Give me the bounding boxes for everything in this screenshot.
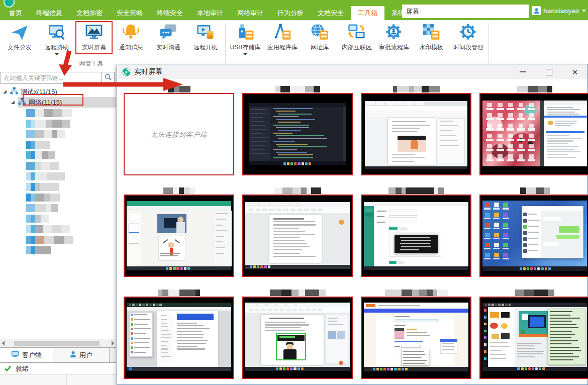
tool-realtime-screen[interactable]: 实时屏幕 — [75, 22, 113, 52]
chat-bubbles-icon — [158, 22, 178, 42]
thumb-detail — [517, 356, 534, 357]
censored-pixel-block — [305, 86, 314, 92]
horizontal-scrollbar[interactable] — [0, 339, 116, 348]
tree-item-censored[interactable] — [0, 171, 116, 181]
tree-node-label: 测试x(11/15) — [21, 87, 57, 97]
censored-pixel-block — [524, 290, 534, 296]
screen-thumbnail-win11-chat[interactable] — [479, 195, 588, 277]
tool-intranet-zone[interactable]: 内部互联区 — [338, 22, 375, 52]
tree-item-censored[interactable] — [0, 129, 116, 139]
maximize-button[interactable] — [543, 66, 554, 77]
tree-filter-search-button[interactable] — [101, 72, 115, 84]
thumb-detail — [216, 247, 225, 248]
client-tree-panel: 测试x(11/15)网络(11/15) 客户端 用户 — [0, 69, 116, 385]
thumb-detail — [273, 157, 313, 158]
screen-thumbnail-offline[interactable]: 无法连接到客户端 — [124, 93, 234, 175]
thumb-detail — [550, 359, 573, 360]
screen-thumbnail-design-tool[interactable] — [479, 297, 588, 379]
tree-node-test[interactable]: 测试x(11/15) — [0, 86, 116, 97]
menu-tab-doc-encrypt[interactable]: 文档加密 — [69, 6, 110, 20]
tree-item-censored[interactable] — [0, 160, 116, 171]
thumb-detail — [376, 368, 379, 370]
menu-tab-home[interactable]: 首页 — [2, 6, 29, 20]
minimize-button[interactable] — [517, 66, 528, 77]
censored-terminal-label — [361, 86, 471, 92]
dialog-title-bar[interactable]: 实时屏幕 ✕ — [117, 64, 587, 80]
menu-tab-network-audit[interactable]: 网络审计 — [230, 6, 270, 20]
screen-thumbnail-document-browser[interactable] — [361, 93, 471, 175]
thumb-detail — [507, 108, 514, 110]
tree-item-censored[interactable] — [0, 224, 116, 234]
thumb-detail — [492, 304, 494, 306]
menu-tab-terminal-security[interactable]: 终端安全 — [150, 6, 190, 20]
menu-tab-behavior-analysis[interactable]: 行为分析 — [270, 6, 311, 20]
tree-item-censored[interactable] — [0, 213, 116, 224]
thumb-detail — [395, 328, 404, 331]
thumb-detail — [392, 157, 425, 158]
screen-thumbnail-doc-person-image[interactable] — [242, 297, 353, 379]
scrollbar-thumb[interactable] — [14, 341, 100, 346]
screen-thumbnail-presentation[interactable] — [124, 195, 234, 277]
tool-approval-flow-lib[interactable]: 审批流程库 — [375, 22, 413, 52]
tree-node-network[interactable]: 网络(11/15) — [0, 97, 116, 108]
tree-item-censored[interactable] — [0, 139, 116, 150]
tree-item-censored[interactable] — [0, 234, 116, 245]
censored-pixel-block — [31, 162, 35, 170]
top-search-input[interactable] — [402, 5, 529, 18]
tab-clients[interactable]: 客户端 — [0, 348, 53, 362]
thumb-detail — [250, 265, 252, 268]
censored-pixel-block — [26, 183, 31, 191]
thumb-detail — [442, 343, 454, 344]
thumb-detail — [161, 330, 169, 331]
censored-pixel-block — [31, 130, 35, 138]
tree-item-censored[interactable] — [0, 192, 116, 203]
tree-item-censored[interactable] — [0, 203, 116, 213]
menu-tab-toolbox[interactable]: 工具箱 — [351, 6, 384, 20]
tool-remote-assist[interactable]: 远程协助 — [38, 22, 75, 55]
tool-file-distribution[interactable]: 文件分发 — [1, 22, 38, 52]
user-menu[interactable]: hanxiaoyao — [532, 5, 586, 16]
tool-app-program-lib[interactable]: 应用程序库 — [264, 22, 301, 52]
dropdown-caret-icon[interactable] — [55, 53, 59, 55]
menu-tab-terminal-info[interactable]: 终端信息 — [29, 6, 69, 20]
menu-tab-local-audit[interactable]: 本地审计 — [190, 6, 230, 20]
close-button[interactable]: ✕ — [569, 66, 580, 77]
thumb-detail — [251, 141, 267, 142]
tool-watermark-template[interactable]: 水印模板 — [413, 22, 450, 52]
thumb-detail — [280, 203, 289, 206]
tool-usb-storage-lib[interactable]: USB存储库 — [227, 22, 264, 55]
paper-plane-icon — [10, 22, 30, 42]
screen-thumbnail-web-page-form[interactable] — [361, 297, 471, 379]
tool-notify-message[interactable]: 通知消息 — [113, 22, 150, 52]
screen-thumbnail-code-editor[interactable] — [242, 93, 353, 175]
tree-expand-icon[interactable] — [3, 90, 7, 93]
tree-item-censored[interactable] — [0, 118, 116, 129]
thumb-detail — [134, 347, 149, 348]
monitor-image-icon — [84, 22, 104, 42]
thumb-detail — [251, 117, 263, 118]
tree-item-censored[interactable] — [0, 150, 116, 160]
tree-item-censored[interactable] — [0, 245, 116, 255]
menu-tab-security-policy[interactable]: 安全策略 — [110, 6, 150, 20]
thumb-detail — [283, 367, 285, 370]
tree-item-censored[interactable] — [0, 108, 116, 118]
tool-url-lib[interactable]: 网址库 — [301, 22, 338, 52]
tool-realtime-chat[interactable]: 实时沟通 — [150, 22, 187, 52]
thumb-detail — [488, 304, 491, 306]
tool-remote-poweron[interactable]: 远程开机 — [187, 22, 224, 52]
tree-expand-icon[interactable] — [11, 101, 15, 104]
scroll-left-icon[interactable] — [2, 341, 5, 346]
tree-filter-input[interactable] — [1, 72, 102, 84]
dropdown-caret-icon[interactable] — [243, 53, 247, 55]
thumb-detail — [131, 346, 134, 349]
screen-thumbnail-artwork-desktop[interactable] — [479, 93, 588, 175]
tool-time-period-mgmt[interactable]: 时间段管理 — [450, 22, 487, 52]
menu-tab-doc-security[interactable]: 文档安全 — [311, 6, 351, 20]
screen-thumbnail-desktop-menu-doc[interactable] — [124, 297, 234, 379]
screen-thumbnail-web-form-popup[interactable] — [361, 195, 471, 277]
thumb-detail — [278, 122, 301, 123]
tree-item-censored[interactable] — [0, 181, 116, 192]
screen-thumbnail-word-document[interactable] — [242, 195, 353, 277]
tab-users[interactable]: 用户 — [53, 348, 110, 362]
scroll-right-icon[interactable] — [112, 341, 114, 346]
